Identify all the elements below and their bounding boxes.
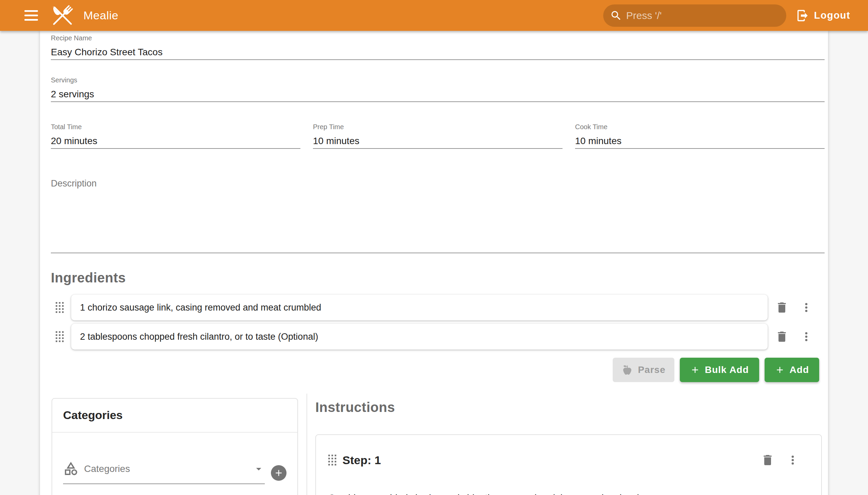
recipe-name-field[interactable]: Recipe Name Easy Chorizo Street Tacos xyxy=(51,34,824,60)
instructions-column: Instructions Step: 1 xyxy=(307,394,824,495)
logout-label: Logout xyxy=(814,10,850,21)
total-time-label: Total Time xyxy=(51,122,301,131)
delete-ingredient-icon[interactable] xyxy=(773,299,791,316)
logout-icon xyxy=(796,9,809,22)
search-placeholder: Press '/' xyxy=(626,10,662,21)
add-label: Add xyxy=(790,364,809,375)
ingredients-heading: Ingredients xyxy=(51,270,824,286)
search-icon xyxy=(610,10,622,22)
shapes-icon xyxy=(63,461,79,477)
add-category-button[interactable] xyxy=(271,465,287,481)
ingredient-actions: Parse Bulk Add Add xyxy=(51,358,819,382)
recipe-name-label: Recipe Name xyxy=(51,34,824,42)
categories-column: Categories Categories xyxy=(51,394,307,495)
drag-handle-icon[interactable] xyxy=(56,331,64,342)
cook-time-value[interactable]: 10 minutes xyxy=(575,134,824,148)
description-field[interactable]: Description xyxy=(51,177,824,253)
mealie-logo-icon xyxy=(48,3,77,28)
delete-step-icon[interactable] xyxy=(759,451,777,469)
step-text-input[interactable]: Combine crumbled chorizo and chipotle pe… xyxy=(328,491,809,495)
app-title: Mealie xyxy=(83,9,118,22)
parse-button[interactable]: Parse xyxy=(613,358,674,382)
categories-select-label: Categories xyxy=(84,463,130,474)
categories-select-zone: Categories xyxy=(52,433,297,495)
step-header: Step: 1 xyxy=(316,435,821,469)
bulk-add-button[interactable]: Bulk Add xyxy=(680,358,759,382)
prep-time-field[interactable]: Prep Time 10 minutes xyxy=(313,122,562,149)
description-label: Description xyxy=(51,177,824,189)
description-value[interactable] xyxy=(51,189,824,253)
prep-time-value[interactable]: 10 minutes xyxy=(313,134,562,148)
parse-label: Parse xyxy=(638,364,665,375)
ingredient-row: 1 chorizo sausage link, casing removed a… xyxy=(51,295,824,320)
time-fields-row: Total Time 20 minutes Prep Time 10 minut… xyxy=(51,122,824,149)
logout-button[interactable]: Logout xyxy=(796,9,850,22)
drag-handle-icon[interactable] xyxy=(56,302,64,313)
bottom-section: Categories Categories xyxy=(51,394,824,495)
total-time-value[interactable]: 20 minutes xyxy=(51,134,301,148)
ingredient-menu-icon[interactable] xyxy=(798,299,815,316)
apple-icon xyxy=(622,364,633,376)
plus-icon xyxy=(690,365,700,375)
ingredient-input[interactable]: 1 chorizo sausage link, casing removed a… xyxy=(71,295,768,320)
total-time-field[interactable]: Total Time 20 minutes xyxy=(51,122,301,149)
servings-value[interactable]: 2 servings xyxy=(51,87,824,101)
add-ingredient-button[interactable]: Add xyxy=(765,358,819,382)
categories-select[interactable]: Categories xyxy=(63,461,265,484)
ingredient-list: 1 chorizo sausage link, casing removed a… xyxy=(51,295,824,349)
ingredient-input[interactable]: 2 tablespoons chopped fresh cilantro, or… xyxy=(71,324,768,349)
servings-label: Servings xyxy=(51,75,824,84)
plus-icon xyxy=(775,365,785,375)
app-bar: Mealie Press '/' Logout xyxy=(0,0,868,31)
cook-time-label: Cook Time xyxy=(575,122,824,131)
ingredient-menu-icon[interactable] xyxy=(798,328,815,345)
recipe-name-value[interactable]: Easy Chorizo Street Tacos xyxy=(51,45,824,59)
categories-card: Categories Categories xyxy=(52,398,298,495)
step-title: Step: 1 xyxy=(342,453,381,467)
step-menu-icon[interactable] xyxy=(784,451,802,469)
drag-handle-icon[interactable] xyxy=(328,455,336,465)
recipe-editor-card: Recipe Name Easy Chorizo Street Tacos Se… xyxy=(40,31,828,495)
cook-time-field[interactable]: Cook Time 10 minutes xyxy=(575,122,824,149)
categories-card-title: Categories xyxy=(52,399,297,432)
instruction-step-card: Step: 1 Combine crumbled chorizo and chi… xyxy=(315,434,822,495)
bulk-add-label: Bulk Add xyxy=(705,364,749,375)
servings-field[interactable]: Servings 2 servings xyxy=(51,75,824,102)
instructions-heading: Instructions xyxy=(315,399,824,415)
prep-time-label: Prep Time xyxy=(313,122,562,131)
delete-ingredient-icon[interactable] xyxy=(773,328,791,345)
ingredient-row: 2 tablespoons chopped fresh cilantro, or… xyxy=(51,324,824,349)
chevron-down-icon xyxy=(253,463,265,475)
search-input[interactable]: Press '/' xyxy=(603,4,786,27)
menu-icon[interactable] xyxy=(24,8,39,23)
